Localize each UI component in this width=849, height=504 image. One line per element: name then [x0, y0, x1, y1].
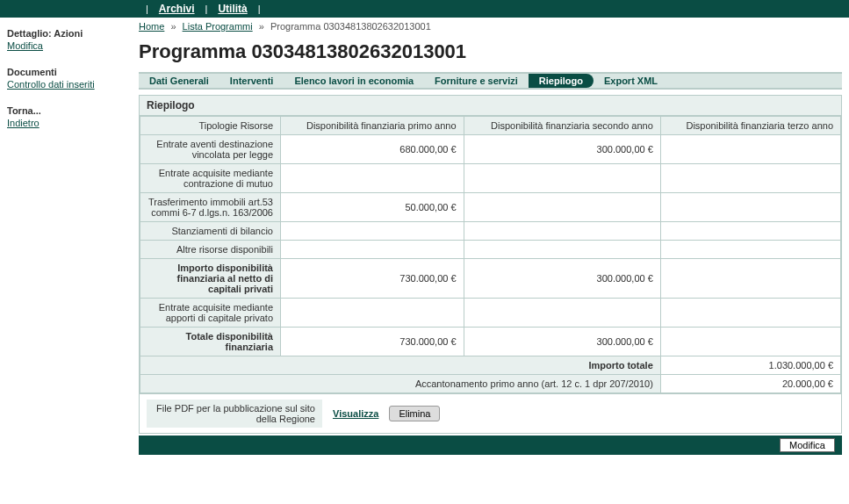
row-label: Importo disponibilità finanziaria al net… [140, 259, 281, 299]
sidebar: Dettaglio: Azioni Modifica Documenti Con… [0, 18, 139, 455]
elimina-button[interactable]: Elimina [389, 406, 440, 421]
cell [660, 328, 840, 356]
sidebar-link-indietro[interactable]: Indietro [7, 118, 132, 128]
cell: 730.000,00 € [281, 328, 464, 356]
table-row: Stanziamenti di bilancio [140, 222, 841, 241]
tab-interventi[interactable]: Interventi [219, 74, 284, 88]
breadcrumb: Home » Lista Programmi » Programma 03034… [139, 18, 842, 35]
accantonamento-value: 20.000,00 € [660, 375, 840, 393]
menu-separator: | [139, 4, 155, 14]
cell [660, 164, 840, 193]
breadcrumb-home[interactable]: Home [139, 21, 164, 32]
cell [660, 299, 840, 328]
cell: 300.000,00 € [464, 259, 660, 299]
cell [464, 222, 660, 241]
cell [281, 299, 464, 328]
cell [464, 299, 660, 328]
table-row: Trasferimento immobili art.53 commi 6-7 … [140, 193, 841, 222]
col-anno2: Disponibilità finanziaria secondo anno [464, 117, 660, 135]
importo-totale-value: 1.030.000,00 € [660, 356, 840, 375]
importo-totale-label: Importo totale [140, 356, 661, 375]
cell [464, 241, 660, 259]
cell [281, 241, 464, 259]
row-label: Entrate acquisite mediante apporti di ca… [140, 299, 281, 328]
bottom-bar: Modifica [139, 436, 842, 455]
sidebar-documenti-title: Documenti [7, 67, 132, 77]
visualizza-link[interactable]: Visualizza [333, 408, 378, 419]
cell: 300.000,00 € [464, 328, 660, 356]
table-row: Entrate aventi destinazione vincolata pe… [140, 135, 841, 164]
table-row: Entrate acquisite mediante contrazione d… [140, 164, 841, 193]
sidebar-link-controllo[interactable]: Controllo dati inseriti [7, 79, 132, 90]
sidebar-azioni-title: Dettaglio: Azioni [7, 28, 132, 39]
tabs: Dati Generali Interventi Elenco lavori i… [139, 72, 842, 90]
row-label: Entrate aventi destinazione vincolata pe… [140, 135, 281, 164]
tab-forniture[interactable]: Forniture e servizi [424, 74, 529, 88]
cell [464, 164, 660, 193]
row-label: Entrate acquisite mediante contrazione d… [140, 164, 281, 193]
cell [281, 164, 464, 193]
top-menu-bar: | Archivi | Utilità | [0, 0, 849, 18]
row-label: Totale disponibilità finanziaria [140, 328, 281, 356]
sidebar-torna-title: Torna... [7, 105, 132, 116]
panel-title: Riepilogo [140, 96, 841, 116]
tab-export-xml[interactable]: Export XML [594, 74, 668, 88]
accantonamento-label: Accantonamento primo anno (art. 12 c. 1 … [140, 375, 661, 393]
table-row: Totale disponibilità finanziaria 730.000… [140, 328, 841, 356]
menu-archivi[interactable]: Archivi [155, 3, 198, 15]
row-label: Stanziamenti di bilancio [140, 222, 281, 241]
pdf-bar: File PDF per la pubblicazione sul sito d… [139, 394, 842, 434]
col-anno1: Disponibilità finanziaria primo anno [281, 117, 464, 135]
page-title: Programma 03034813802632013001 [139, 35, 842, 72]
table-row: Importo disponibilità finanziaria al net… [140, 259, 841, 299]
table-row: Entrate acquisite mediante apporti di ca… [140, 299, 841, 328]
footer-row: Accantonamento primo anno (art. 12 c. 1 … [140, 375, 841, 393]
cell [281, 222, 464, 241]
tab-elenco-lavori[interactable]: Elenco lavori in economia [284, 74, 424, 88]
tab-riepilogo[interactable]: Riepilogo [529, 74, 594, 88]
menu-separator: | [251, 4, 268, 14]
cell: 300.000,00 € [464, 135, 660, 164]
modifica-button[interactable]: Modifica [780, 438, 835, 452]
breadcrumb-lista[interactable]: Lista Programmi [183, 21, 253, 32]
riepilogo-panel: Riepilogo Tipologie Risorse Disponibilit… [139, 95, 842, 394]
sidebar-link-modifica[interactable]: Modifica [7, 40, 132, 51]
riepilogo-table: Tipologie Risorse Disponibilità finanzia… [140, 116, 841, 393]
tab-dati-generali[interactable]: Dati Generali [139, 74, 219, 88]
col-anno3: Disponibilità finanziaria terzo anno [660, 117, 840, 135]
cell: 50.000,00 € [281, 193, 464, 222]
menu-separator: | [198, 4, 215, 14]
cell [660, 193, 840, 222]
cell: 730.000,00 € [281, 259, 464, 299]
cell [660, 135, 840, 164]
cell [660, 259, 840, 299]
cell [464, 193, 660, 222]
row-label: Altre risorse disponibili [140, 241, 281, 259]
breadcrumb-current: Programma 03034813802632013001 [270, 21, 431, 32]
table-row: Altre risorse disponibili [140, 241, 841, 259]
pdf-label: File PDF per la pubblicazione sul sito d… [147, 400, 322, 428]
cell [660, 222, 840, 241]
footer-row: Importo totale 1.030.000,00 € [140, 356, 841, 375]
menu-utilita[interactable]: Utilità [214, 3, 250, 15]
row-label: Trasferimento immobili art.53 commi 6-7 … [140, 193, 281, 222]
col-tipologie: Tipologie Risorse [140, 117, 281, 135]
cell: 680.000,00 € [281, 135, 464, 164]
cell [660, 241, 840, 259]
